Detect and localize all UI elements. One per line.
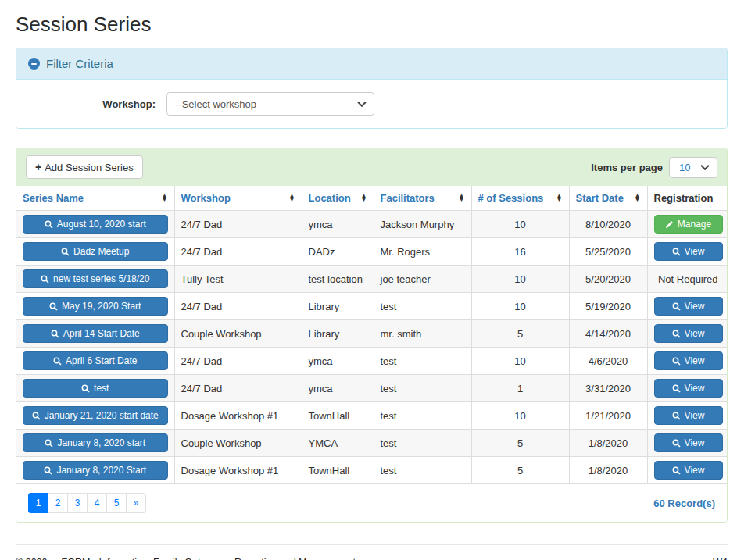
view-button[interactable]: View	[654, 351, 723, 370]
add-session-series-button[interactable]: + Add Session Series	[26, 155, 143, 179]
items-per-page: Items per page 10	[591, 157, 717, 178]
sessions-cell: 10	[471, 266, 569, 293]
location-cell: ymca	[302, 211, 374, 238]
site-footer: © 2020 - nFORM - Information, Family Out…	[16, 544, 728, 560]
facilitators-cell: test	[374, 457, 471, 484]
column-header-location[interactable]: Location▲▼	[302, 186, 374, 211]
table-row: January 8, 2020 Start Dosage Workshop #1…	[16, 457, 728, 484]
search-icon	[45, 220, 53, 229]
view-button[interactable]: View	[654, 461, 723, 480]
search-icon	[672, 248, 681, 256]
column-header-workshop[interactable]: Workshop▲▼	[174, 186, 302, 211]
facilitators-cell: joe teacher	[374, 266, 471, 293]
table-header-row: Series Name▲▼ Workshop▲▼ Location▲▼ Faci…	[16, 186, 728, 211]
sort-icon: ▲▼	[459, 194, 465, 202]
table-row: new test series 5/18/20 Tully Test test …	[16, 266, 728, 293]
page-button-last[interactable]: »	[126, 493, 146, 513]
search-icon	[32, 412, 41, 420]
table-row: January 21, 2020 start date Dosage Works…	[16, 402, 728, 430]
filter-title: Filter Criteria	[46, 57, 113, 70]
items-per-page-select[interactable]: 10	[669, 157, 717, 178]
collapse-minus-icon[interactable]	[28, 58, 40, 70]
workshop-select-value: --Select workshop	[175, 98, 256, 110]
facilitators-cell: test	[374, 430, 471, 457]
start-date-cell: 5/20/2020	[569, 266, 647, 293]
table-row: test 24/7 Dad ymca test 1 3/31/2020 View	[16, 375, 728, 402]
footer-copyright: © 2020 - nFORM - Information, Family Out…	[16, 557, 356, 560]
start-date-cell: 1/21/2020	[569, 402, 647, 430]
sessions-cell: 1	[471, 375, 569, 402]
table-row: April 6 Start Date 24/7 Dad ymca test 10…	[16, 348, 728, 375]
view-button[interactable]: View	[654, 242, 723, 261]
column-header-sessions[interactable]: # of Sessions▲▼	[471, 186, 569, 211]
start-date-cell: 1/8/2020	[569, 430, 647, 457]
session-series-table: Series Name▲▼ Workshop▲▼ Location▲▼ Faci…	[16, 186, 728, 484]
workshop-label: Workshop:	[28, 98, 156, 110]
start-date-cell: 4/6/2020	[569, 348, 647, 375]
search-icon	[49, 302, 58, 311]
series-name-button[interactable]: January 8, 2020 Start	[23, 461, 168, 480]
search-icon	[672, 412, 681, 420]
search-icon	[41, 275, 49, 284]
series-name-button[interactable]: August 10, 2020 start	[23, 215, 168, 234]
view-button[interactable]: View	[654, 324, 723, 343]
location-cell: test location	[302, 266, 374, 293]
workshop-cell: Tully Test	[174, 266, 302, 293]
workshop-cell: Couple Workshop	[174, 430, 302, 457]
filter-panel-heading[interactable]: Filter Criteria	[16, 48, 727, 80]
registration-text: Not Required	[647, 266, 728, 293]
page-button-2[interactable]: 2	[48, 493, 68, 513]
view-button[interactable]: View	[654, 297, 723, 316]
sessions-cell: 5	[471, 430, 569, 457]
page-button-4[interactable]: 4	[87, 493, 107, 513]
workshop-select[interactable]: --Select workshop	[166, 92, 374, 116]
sessions-cell: 10	[471, 211, 569, 238]
view-button[interactable]: View	[654, 379, 723, 398]
column-header-series-name[interactable]: Series Name▲▼	[16, 186, 174, 211]
start-date-cell: 5/25/2020	[569, 238, 647, 266]
location-cell: TownHall	[302, 402, 374, 430]
sort-icon: ▲▼	[556, 194, 563, 202]
series-name-button[interactable]: April 14 Start Date	[23, 324, 168, 343]
search-icon	[81, 384, 90, 393]
series-name-button[interactable]: January 8, 2020 start	[23, 433, 168, 452]
view-button[interactable]: View	[654, 433, 723, 452]
page-button-1[interactable]: 1	[28, 493, 48, 513]
facilitators-cell: Jackson Murphy	[374, 211, 471, 238]
table-row: August 10, 2020 start 24/7 Dad ymca Jack…	[16, 211, 728, 238]
view-button[interactable]: View	[654, 406, 723, 425]
location-cell: TownHall	[302, 457, 374, 484]
facilitators-cell: test	[374, 348, 471, 375]
table-row: Dadz Meetup 24/7 Dad DADz Mr. Rogers 16 …	[16, 238, 728, 266]
series-name-button[interactable]: January 21, 2020 start date	[23, 406, 168, 425]
series-name-button[interactable]: test	[23, 379, 168, 398]
column-header-start-date[interactable]: Start Date▲▼	[569, 186, 647, 211]
sessions-cell: 10	[471, 402, 569, 430]
search-icon	[53, 357, 62, 366]
start-date-cell: 5/19/2020	[569, 293, 647, 320]
start-date-cell: 4/14/2020	[569, 320, 647, 348]
sessions-cell: 5	[471, 457, 569, 484]
series-name-button[interactable]: new test series 5/18/20	[23, 269, 168, 288]
series-name-button[interactable]: May 19, 2020 Start	[23, 297, 168, 316]
workshop-cell: 24/7 Dad	[174, 348, 302, 375]
location-cell: Library	[302, 293, 374, 320]
series-name-button[interactable]: April 6 Start Date	[23, 351, 168, 370]
sessions-cell: 16	[471, 238, 569, 266]
column-header-registration: Registration	[647, 186, 728, 211]
series-name-button[interactable]: Dadz Meetup	[23, 242, 168, 261]
search-icon	[44, 466, 52, 475]
facilitators-cell: test	[374, 402, 471, 430]
page-button-3[interactable]: 3	[67, 493, 88, 513]
session-series-panel: + Add Session Series Items per page 10 S…	[16, 148, 728, 523]
start-date-cell: 1/8/2020	[569, 457, 647, 484]
search-icon	[672, 466, 681, 475]
items-per-page-value: 10	[679, 162, 690, 173]
page-button-5[interactable]: 5	[106, 493, 127, 513]
search-icon	[672, 357, 681, 366]
manage-button[interactable]: Manage	[654, 215, 723, 234]
page-container: Session Series Filter Criteria Workshop:…	[0, 0, 737, 560]
filter-panel: Filter Criteria Workshop: --Select works…	[16, 48, 728, 129]
items-per-page-label: Items per page	[591, 162, 663, 173]
column-header-facilitators[interactable]: Facilitators▲▼	[374, 186, 471, 211]
